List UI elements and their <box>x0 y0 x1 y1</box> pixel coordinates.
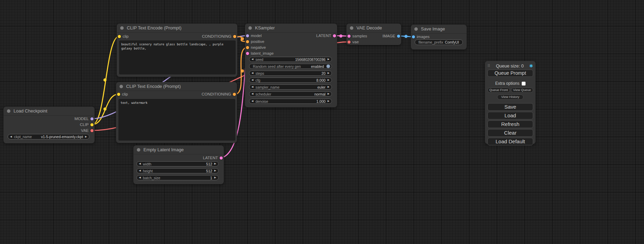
input-dot-clip[interactable] <box>118 35 121 38</box>
extra-options-checkbox[interactable] <box>522 82 526 85</box>
node-collapse-dot[interactable] <box>120 85 123 88</box>
link-midpoint-dot[interactable] <box>405 35 408 38</box>
node-title-bar: KSampler <box>245 24 337 33</box>
widget-label: Random seed after every gen <box>253 64 301 69</box>
input-label: latent_image <box>251 51 274 55</box>
input-slot-positive: positive <box>251 39 264 44</box>
output-dot-CLIP[interactable] <box>90 123 94 126</box>
input-dot-clip[interactable] <box>117 93 120 96</box>
input-slot-model: model <box>251 34 262 38</box>
node-title-bar: Empty Latent Image <box>133 145 224 154</box>
decrement-arrow-icon[interactable]: ◀ <box>137 177 143 179</box>
input-dot-negative[interactable] <box>246 46 249 49</box>
widget-ckpt_name[interactable]: ◀ckpt_namev1-5-pruned-emaonly.ckpt▶ <box>8 134 89 139</box>
widget-random-seed-after-every-gen[interactable]: Random seed after every genenabled <box>249 64 332 69</box>
widget-label: filename_prefix <box>418 40 443 44</box>
widget-cfg[interactable]: ◀cfg8.000▶ <box>249 78 332 83</box>
widget-steps[interactable]: ◀steps20▶ <box>249 71 332 76</box>
clear-button[interactable]: Clear <box>487 129 533 137</box>
link-midpoint-dot[interactable] <box>241 70 244 73</box>
link-midpoint-dot[interactable] <box>104 79 107 82</box>
drag-handle-icon[interactable]: ⠿ <box>487 64 490 68</box>
output-slot-LATENT: LATENT <box>203 156 218 160</box>
increment-arrow-icon[interactable]: ▶ <box>83 136 89 138</box>
increment-arrow-icon[interactable]: ▶ <box>212 163 218 165</box>
widget-label: batch_size <box>143 176 160 180</box>
node-ksampler[interactable]: KSamplermodelpositivenegativelatent_imag… <box>245 24 337 107</box>
output-dot-CONDITIONING[interactable] <box>233 35 236 38</box>
node-title-bar: CLIP Text Encode (Prompt) <box>116 82 237 91</box>
node-collapse-dot[interactable] <box>120 26 124 30</box>
increment-arrow-icon[interactable]: ▶ <box>326 100 332 102</box>
node-load-checkpoint[interactable]: Load CheckpointMODELCLIPVAE◀ckpt_namev1-… <box>3 107 95 143</box>
node-collapse-dot[interactable] <box>350 26 353 30</box>
toggle-knob[interactable] <box>326 64 330 68</box>
input-dot-positive[interactable] <box>246 40 249 43</box>
view-queue-button[interactable]: View Queue <box>511 88 533 93</box>
decrement-arrow-icon[interactable]: ◀ <box>249 86 255 88</box>
node-clip-text-encode-negative[interactable]: CLIP Text Encode (Prompt)clipCONDITIONIN… <box>116 82 237 143</box>
increment-arrow-icon[interactable]: ▶ <box>212 177 218 179</box>
widget-seed[interactable]: ◀seed156680208700286▶ <box>249 57 332 62</box>
decrement-arrow-icon[interactable]: ◀ <box>137 170 143 172</box>
prompt-textarea[interactable]: beautiful scenery nature glass bottle la… <box>119 40 236 74</box>
decrement-arrow-icon[interactable]: ◀ <box>249 72 255 74</box>
widget-height[interactable]: ◀height512▶ <box>136 168 219 173</box>
node-collapse-dot[interactable] <box>248 26 252 30</box>
load-default-button[interactable]: Load Default <box>487 138 533 145</box>
output-dot-CONDITIONING[interactable] <box>233 93 236 96</box>
output-dot-IMAGE[interactable] <box>397 35 400 38</box>
increment-arrow-icon[interactable]: ▶ <box>212 170 218 172</box>
queue-panel-header: ⠿ Queue size: 0 ✱ <box>487 63 533 69</box>
link-midpoint-dot[interactable] <box>339 35 343 38</box>
output-dot-LATENT[interactable] <box>333 34 336 37</box>
increment-arrow-icon[interactable]: ▶ <box>326 86 332 88</box>
link-midpoint-dot[interactable] <box>104 108 107 111</box>
increment-arrow-icon[interactable]: ▶ <box>326 58 332 61</box>
increment-arrow-icon[interactable]: ▶ <box>326 72 332 74</box>
widget-denoise[interactable]: ◀denoise1.000▶ <box>249 99 332 104</box>
decrement-arrow-icon[interactable]: ◀ <box>249 58 255 61</box>
decrement-arrow-icon[interactable]: ◀ <box>8 136 14 138</box>
node-title-bar: VAE Decode <box>346 24 401 33</box>
node-title: CLIP Text Encode (Prompt) <box>126 84 181 89</box>
widget-scheduler[interactable]: ◀schedulernormal▶ <box>249 91 332 97</box>
node-empty-latent-image[interactable]: Empty Latent ImageLATENT◀width512▶◀heigh… <box>133 145 224 184</box>
input-dot-images[interactable] <box>412 35 415 38</box>
decrement-arrow-icon[interactable]: ◀ <box>137 163 143 165</box>
load-button[interactable]: Load <box>487 112 533 119</box>
refresh-button[interactable]: Refresh <box>487 120 533 128</box>
node-collapse-dot[interactable] <box>7 109 10 113</box>
node-vae-decode[interactable]: VAE DecodesamplesvaeIMAGE <box>346 24 401 45</box>
widget-filename_prefix[interactable]: filename_prefixComfyUI <box>415 39 463 45</box>
widget-value: 20 <box>321 71 326 75</box>
node-save-image[interactable]: Save Imageimagesfilename_prefixComfyUI <box>411 25 467 49</box>
output-dot-LATENT[interactable] <box>220 156 223 160</box>
widget-label: steps <box>255 71 264 75</box>
increment-arrow-icon[interactable]: ▶ <box>326 79 332 81</box>
input-dot-model[interactable] <box>246 34 249 37</box>
output-dot-VAE[interactable] <box>90 129 94 132</box>
link-midpoint-dot[interactable] <box>241 37 244 40</box>
decrement-arrow-icon[interactable]: ◀ <box>249 79 255 81</box>
node-clip-text-encode-positive[interactable]: CLIP Text Encode (Prompt)clipCONDITIONIN… <box>117 24 237 77</box>
input-dot-vae[interactable] <box>347 40 351 44</box>
output-label: LATENT <box>316 34 331 38</box>
input-dot-samples[interactable] <box>347 35 351 38</box>
node-collapse-dot[interactable] <box>137 148 140 152</box>
gear-icon[interactable]: ✱ <box>529 64 533 68</box>
widget-batch_size[interactable]: ◀batch_size1▶ <box>136 175 219 180</box>
prompt-textarea[interactable]: text, watermark <box>118 99 235 141</box>
view-history-button[interactable]: View History <box>497 94 523 100</box>
queue-prompt-button[interactable]: Queue Prompt <box>487 70 533 77</box>
widget-width[interactable]: ◀width512▶ <box>136 161 219 166</box>
input-dot-latent_image[interactable] <box>246 52 249 55</box>
output-dot-MODEL[interactable] <box>90 117 94 120</box>
queue-front-button[interactable]: Queue Front <box>487 88 510 93</box>
decrement-arrow-icon[interactable]: ◀ <box>249 100 255 102</box>
increment-arrow-icon[interactable]: ▶ <box>326 93 332 95</box>
save-button[interactable]: Save <box>487 103 533 111</box>
decrement-arrow-icon[interactable]: ◀ <box>249 93 255 95</box>
widget-sampler_name[interactable]: ◀sampler_nameeuler▶ <box>249 84 332 90</box>
node-collapse-dot[interactable] <box>414 27 418 31</box>
